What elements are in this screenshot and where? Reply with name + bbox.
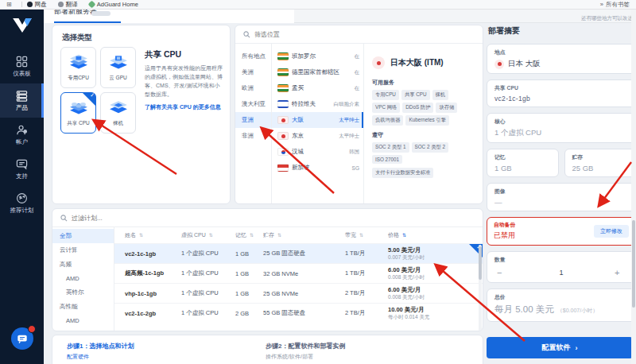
- plan-row-vhp-1c-1gb[interactable]: vhp-1c-1gb 1 个虚拟 CPU 1 GB 25 GB NVMe 2 T…: [114, 283, 483, 303]
- plan-filter-amd-2[interactable]: AMD: [52, 314, 114, 327]
- region-item-africa[interactable]: 非洲: [235, 128, 271, 144]
- bookmark-item[interactable]: 翻译: [58, 1, 78, 9]
- summary-image-card: 图像 —: [487, 183, 636, 211]
- flag-india-icon: [277, 68, 289, 76]
- region-item-australia[interactable]: 澳大利亚: [235, 96, 271, 112]
- bookmark-item[interactable]: 网盘: [27, 1, 47, 9]
- plan-filter-intel[interactable]: 英特尔: [52, 285, 114, 300]
- summary-cores-card: 核心 1 个虚拟 CPU: [487, 113, 636, 143]
- location-search-input[interactable]: [254, 31, 475, 38]
- summary-memory-value: 1 GB: [494, 164, 551, 172]
- table-scrollbar[interactable]: [479, 245, 482, 331]
- sidebar-item-label: 帐户: [16, 138, 28, 146]
- city-item-mumbai[interactable]: 孟买 在: [272, 80, 363, 96]
- bare-metal-icon: [107, 99, 130, 118]
- summary-title: 部署摘要: [488, 25, 636, 37]
- vultr-logo[interactable]: [12, 17, 33, 37]
- location-search[interactable]: [235, 25, 483, 44]
- shared-cpu-description: 适用于具有突发性能的应用程序的虚拟机，例如低流量网站、博客、CMS、开发/测试环…: [145, 64, 224, 99]
- region-item-americas[interactable]: 美洲: [235, 64, 271, 80]
- configure-software-button[interactable]: 配置软件 ›: [487, 337, 633, 358]
- column-header-memory[interactable]: 记忆 ⇅: [235, 231, 263, 239]
- city-item-singapore[interactable]: 新加坡 SG: [272, 160, 363, 176]
- bookmark-label: 网盘: [35, 1, 47, 9]
- compliance-note: 支付卡行业数据安全标准: [372, 168, 433, 178]
- city-item-delhi[interactable]: 德里国家首都辖区 在: [272, 64, 363, 80]
- step1-title: 步骤1：选择地点和计划: [67, 342, 266, 350]
- tab-deploy-server[interactable]: 部署新服务器: [44, 10, 294, 23]
- flag-singapore-icon: [277, 164, 289, 172]
- city-item-telaviv[interactable]: 特拉维夫 白细胞介素: [272, 96, 363, 112]
- sidebar-item-account[interactable]: 帐户: [0, 118, 44, 152]
- quantity-increase-button[interactable]: +: [615, 268, 626, 277]
- city-item-tokyo[interactable]: 东京 太平绅士: [272, 128, 363, 144]
- city-name: 大阪: [292, 116, 304, 124]
- tab-badge: [91, 11, 111, 16]
- support-chat-button[interactable]: [11, 327, 33, 350]
- location-panel: 所有地点 美洲 欧洲 澳大利亚 亚洲 非洲 班加罗尔 在 德里国家首都辖区 在: [235, 25, 483, 204]
- type-card-cloud-gpu[interactable]: 云 GPU: [100, 47, 136, 88]
- type-card-bare-metal[interactable]: 裸机: [100, 92, 136, 134]
- step-1[interactable]: 步骤1：选择地点和计划 配置硬件: [67, 342, 266, 364]
- summary-image-value: —: [494, 198, 628, 207]
- city-tag: 在: [355, 69, 360, 76]
- sidebar-item-referral[interactable]: 推荐计划: [0, 186, 44, 220]
- page-scrollbar[interactable]: [631, 10, 636, 364]
- sidebar-item-dashboard[interactable]: 仪表板: [0, 49, 44, 83]
- city-name: 班加罗尔: [292, 52, 316, 60]
- summary-storage-value: 25 GB: [572, 164, 629, 172]
- city-tag: 在: [355, 85, 360, 92]
- type-card-dedicated-cpu[interactable]: 专用CPU: [60, 47, 96, 88]
- region-item-europe[interactable]: 欧洲: [235, 80, 271, 96]
- chat-bubble-icon: [17, 333, 28, 344]
- plan-filter-amd[interactable]: AMD: [52, 272, 114, 285]
- plan-filter-cloud-compute[interactable]: 云计算: [52, 243, 114, 258]
- region-item-all[interactable]: 所有地点: [235, 48, 271, 64]
- plan-filter-high-performance[interactable]: 高性能: [52, 300, 114, 314]
- service-tag: 块存储: [436, 103, 457, 113]
- adguard-favicon: [87, 1, 95, 9]
- plan-filter-high-frequency[interactable]: 高频: [52, 258, 114, 272]
- compliance-tag: ISO 27001: [372, 155, 402, 164]
- summary-plan-card: 共享 CPU vc2-1c-1gb: [487, 79, 636, 107]
- compliance-tags: SOC 2 类型 1 SOC 2 类型 2 ISO 27001: [372, 142, 475, 164]
- column-header-price[interactable]: 价格 ⇅: [388, 231, 476, 239]
- column-header-storage[interactable]: 贮存 ⇅: [263, 231, 345, 239]
- service-tags: 专用CPU 共享 CPU 裸机 VPC 网络 DDoS 防护 块存储 负载均衡器…: [372, 90, 475, 126]
- bookmark-item[interactable]: AdGuard Home: [89, 1, 138, 8]
- column-header-bandwidth[interactable]: 带宽 ⇅: [345, 231, 388, 239]
- sidebar-item-support[interactable]: 支持: [0, 152, 44, 186]
- city-item-seoul[interactable]: 汉城 韩国: [272, 144, 363, 160]
- plan-search[interactable]: [52, 209, 483, 227]
- sidebar-item-label: 推荐计划: [10, 207, 34, 215]
- city-name: 特拉维夫: [292, 100, 316, 108]
- plan-row-vhf-1c-1gb[interactable]: 超高频-1c-1gb 1 个虚拟 CPU 1 GB 32 GB NVMe 1 T…: [114, 263, 483, 283]
- plan-row-vc2-1c-1gb[interactable]: vc2-1c-1gb 1 个虚拟 CPU 1 GB 25 GB 固态硬盘 1 T…: [114, 243, 483, 263]
- plan-search-input[interactable]: [72, 215, 475, 222]
- plan-filter-all[interactable]: 全部: [52, 229, 114, 243]
- compliance-tag: SOC 2 类型 2: [412, 142, 449, 153]
- step-2[interactable]: 步骤2：配置软件和部署实例 操作系统/软件/部署: [266, 342, 464, 364]
- summary-storage-card: 贮存 25 GB: [564, 149, 636, 177]
- type-card-shared-cpu[interactable]: 共享 CPU: [60, 92, 96, 134]
- plan-row-vc2-1c-2gb[interactable]: vc2-1c-2gb 1 个虚拟 CPU 2 GB 55 GB 固态硬盘 2 T…: [114, 303, 483, 323]
- total-price-card: 总价 每月 5.00 美元 （$0.007/小时）: [487, 288, 636, 322]
- shared-cpu-learn-more-link[interactable]: 了解有关共享 CPU 的更多信息: [145, 103, 224, 111]
- city-tag: SG: [352, 165, 359, 171]
- city-tag: 太平绅士: [339, 133, 359, 140]
- column-header-cpu[interactable]: 虚拟 CPU ⇅: [181, 231, 235, 239]
- quantity-decrease-button[interactable]: −: [497, 268, 508, 277]
- sort-icon: ⇅: [277, 233, 281, 238]
- sidebar-item-products[interactable]: 产品: [0, 83, 44, 118]
- site-favicon: [27, 2, 33, 7]
- enable-backup-button[interactable]: 立即修改: [594, 225, 629, 238]
- referral-icon: [16, 192, 28, 204]
- city-item-bangalore[interactable]: 班加罗尔 在: [272, 48, 363, 64]
- select-type-title: 选择类型: [62, 33, 220, 43]
- city-item-osaka[interactable]: 大阪 太平绅士: [272, 112, 363, 128]
- all-bookmarks-button[interactable]: » 所有书签: [600, 1, 630, 9]
- column-header-name[interactable]: 姓名 ⇅: [114, 231, 181, 239]
- region-item-asia[interactable]: 亚洲: [235, 112, 271, 128]
- city-name: 新加坡: [292, 164, 310, 172]
- apps-grid-icon[interactable]: ⊞: [6, 1, 12, 8]
